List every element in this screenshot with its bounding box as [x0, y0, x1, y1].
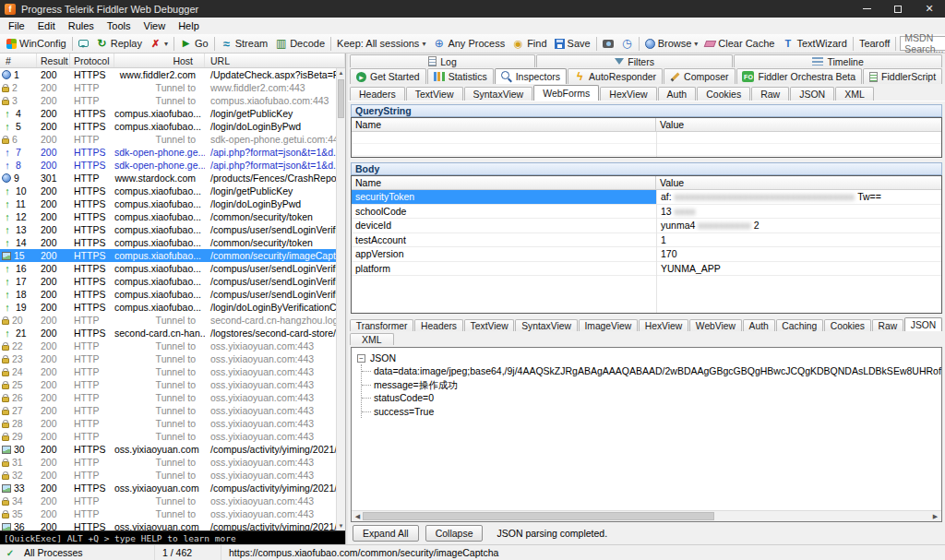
tab-json[interactable]: JSON — [904, 317, 942, 331]
column-header-name[interactable]: Name — [352, 176, 656, 189]
json-hscrollbar[interactable]: ◀ ▶ — [352, 510, 941, 521]
replay-button[interactable]: Replay — [92, 35, 146, 52]
clear-sessions-button[interactable]: ▾ — [146, 35, 172, 52]
session-row[interactable]: 26200HTTPTunnel tooss.yixiaoyuan.com:443 — [0, 391, 345, 404]
tab-hexview[interactable]: HexView — [639, 319, 688, 331]
menu-item-file[interactable]: File — [2, 19, 31, 32]
tab-statistics[interactable]: Statistics — [427, 68, 494, 84]
session-row[interactable]: 15200HTTPScompus.xiaofubao.../common/sec… — [0, 249, 345, 262]
column-header-url[interactable]: URL — [205, 54, 345, 67]
session-list-scrollbar[interactable]: ▲ ▼ — [336, 68, 345, 530]
session-row[interactable]: 35200HTTPTunnel tooss.yixiaoyuan.com:443 — [0, 507, 345, 520]
session-row[interactable]: 7200HTTPSsdk-open-phone.ge.../api.php?fo… — [0, 146, 345, 159]
winconfig-button[interactable]: WinConfig — [3, 35, 70, 52]
tab-get-started[interactable]: Get Started — [350, 68, 426, 84]
comment-button[interactable] — [75, 35, 92, 52]
session-row[interactable]: 8200HTTPSsdk-open-phone.ge.../api.php?fo… — [0, 159, 345, 172]
session-row[interactable]: 14200HTTPScompus.xiaofubao.../common/sec… — [0, 236, 345, 249]
process-filter[interactable]: All Processes — [17, 545, 155, 560]
session-row[interactable]: 11200HTTPScompus.xiaofubao.../login/doLo… — [0, 197, 345, 210]
body-row[interactable]: deviceIdyunma4xxxxxxxxxx2 — [352, 219, 941, 233]
session-row[interactable]: 17200HTTPScompus.xiaofubao.../compus/use… — [0, 275, 345, 288]
tab-fiddler-orchestra-beta[interactable]: FOFiddler Orchestra Beta — [736, 68, 863, 84]
tab-xml[interactable]: XML — [350, 333, 394, 345]
session-row[interactable]: 29200HTTPTunnel tooss.yixiaoyuan.com:443 — [0, 430, 345, 443]
tab-cookies[interactable]: Cookies — [824, 319, 871, 331]
session-row[interactable]: 5200HTTPScompus.xiaofubao.../login/doLog… — [0, 120, 345, 133]
session-row[interactable]: 9301HTTPwww.stardock.com/products/Fences… — [0, 172, 345, 185]
session-row[interactable]: 33200HTTPSoss.yixiaoyuan.com/compus/acti… — [0, 482, 345, 494]
menu-item-edit[interactable]: Edit — [31, 19, 62, 32]
tab-raw[interactable]: Raw — [872, 319, 903, 331]
column-header-protocol[interactable]: Protocol — [70, 54, 114, 67]
tab-filters[interactable]: Filters — [536, 54, 733, 67]
scroll-thumb[interactable] — [363, 512, 714, 520]
browse-button[interactable]: Browse▾ — [641, 35, 702, 52]
tab-textview[interactable]: TextView — [406, 87, 463, 101]
session-row[interactable]: 6200HTTPTunnel tosdk-open-phone.getui.co… — [0, 133, 345, 146]
session-row[interactable]: 10200HTTPScompus.xiaofubao.../login/getP… — [0, 185, 345, 197]
session-row[interactable]: 28200HTTPTunnel tooss.yixiaoyuan.com:443 — [0, 417, 345, 430]
clear-cache-button[interactable]: Clear Cache — [701, 35, 778, 52]
save-button[interactable]: Save — [551, 35, 594, 52]
scroll-left-icon[interactable]: ◀ — [353, 513, 363, 520]
tab-timeline[interactable]: Timeline — [734, 54, 942, 67]
tab-syntaxview[interactable]: SyntaxView — [464, 87, 533, 101]
session-row[interactable]: 13200HTTPScompus.xiaofubao.../compus/use… — [0, 223, 345, 236]
session-row[interactable]: 25200HTTPTunnel tooss.yixiaoyuan.com:443 — [0, 378, 345, 391]
session-row[interactable]: 3200HTTPTunnel tocompus.xiaofubao.com:44… — [0, 94, 345, 107]
json-tree-item[interactable]: success=True — [362, 405, 941, 419]
collapse-button[interactable]: Collapse — [425, 525, 484, 542]
column-header--[interactable]: # — [0, 54, 37, 67]
menu-item-help[interactable]: Help — [172, 19, 206, 32]
session-row[interactable]: 12200HTTPScompus.xiaofubao.../common/sec… — [0, 210, 345, 223]
session-row[interactable]: 23200HTTPTunnel tooss.yixiaoyuan.com:443 — [0, 352, 345, 365]
msdn-search-box[interactable]: MSDN Search... — [900, 36, 945, 51]
keep-sessions-dropdown[interactable]: Keep: All sessions▾ — [333, 35, 429, 52]
tab-composer[interactable]: Composer — [664, 68, 735, 84]
session-row[interactable]: 24200HTTPTunnel tooss.yixiaoyuan.com:443 — [0, 365, 345, 378]
tab-raw[interactable]: Raw — [751, 87, 789, 101]
menu-item-rules[interactable]: Rules — [62, 19, 101, 32]
tab-transformer[interactable]: Transformer — [350, 319, 413, 331]
session-row[interactable]: 22200HTTPTunnel tooss.yixiaoyuan.com:443 — [0, 340, 345, 352]
body-row[interactable]: platformYUNMA_APP — [352, 262, 941, 277]
tab-headers[interactable]: Headers — [414, 319, 463, 331]
json-tree-item[interactable]: data=data:image/jpeg;base64,/9j/4AAQSkZJ… — [362, 364, 941, 378]
stream-button[interactable]: Stream — [217, 35, 271, 52]
body-row[interactable]: testAccount1 — [352, 233, 941, 248]
tab-syntaxview[interactable]: SyntaxView — [515, 319, 577, 331]
scroll-thumb[interactable] — [338, 79, 344, 118]
timer-button[interactable] — [617, 35, 637, 52]
json-tree-item[interactable]: message=操作成功 — [362, 378, 941, 392]
body-row[interactable]: securityTokenaf:xxxxxxxxxxxxxxxxxxxxxxxx… — [352, 190, 941, 205]
tab-cookies[interactable]: Cookies — [697, 87, 750, 101]
session-row[interactable]: 2200HTTPTunnel towww.fiddler2.com:443 — [0, 81, 345, 94]
session-row[interactable]: 1200HTTPSwww.fiddler2.com/UpdateCheck.as… — [0, 68, 345, 81]
tab-webforms[interactable]: WebForms — [533, 85, 599, 101]
session-row[interactable]: 31200HTTPTunnel tooss.yixiaoyuan.com:443 — [0, 456, 345, 469]
tab-json[interactable]: JSON — [790, 87, 834, 101]
session-row[interactable]: 30200HTTPSoss.yixiaoyuan.com/compus/acti… — [0, 443, 345, 456]
scroll-right-icon[interactable]: ▶ — [930, 513, 940, 520]
tab-fiddlerscript[interactable]: FiddlerScript — [863, 68, 942, 84]
screenshot-button[interactable] — [599, 35, 617, 52]
session-row[interactable]: 36200HTTPSoss.yixiaoyuan.com/compus/acti… — [0, 520, 345, 530]
scroll-up-icon[interactable]: ▲ — [337, 68, 345, 77]
tab-log[interactable]: Log — [350, 54, 535, 67]
body-row[interactable]: schoolCode13xxxx — [352, 205, 941, 220]
session-row[interactable]: 4200HTTPScompus.xiaofubao.../login/getPu… — [0, 107, 345, 120]
menu-item-view[interactable]: View — [138, 19, 173, 32]
session-row[interactable]: 20200HTTPTunnel tosecond-card.cn-hangzho… — [0, 314, 345, 327]
scroll-down-icon[interactable]: ▼ — [337, 521, 345, 530]
minimize-button[interactable] — [851, 0, 882, 18]
session-row[interactable]: 32200HTTPTunnel tooss.yixiaoyuan.com:443 — [0, 469, 345, 482]
tab-headers[interactable]: Headers — [350, 87, 405, 101]
tab-autoresponder[interactable]: AutoResponder — [568, 68, 663, 84]
body-row[interactable]: appVersion170 — [352, 247, 941, 262]
tab-inspectors[interactable]: Inspectors — [495, 68, 567, 84]
quickexec-bar[interactable]: [QuickExec] ALT +Q > type HELP to learn … — [0, 530, 345, 544]
session-row[interactable]: 18200HTTPScompus.xiaofubao.../compus/use… — [0, 288, 345, 301]
json-root-node[interactable]: − JSON — [352, 348, 941, 363]
session-row[interactable]: 27200HTTPTunnel tooss.yixiaoyuan.com:443 — [0, 404, 345, 417]
